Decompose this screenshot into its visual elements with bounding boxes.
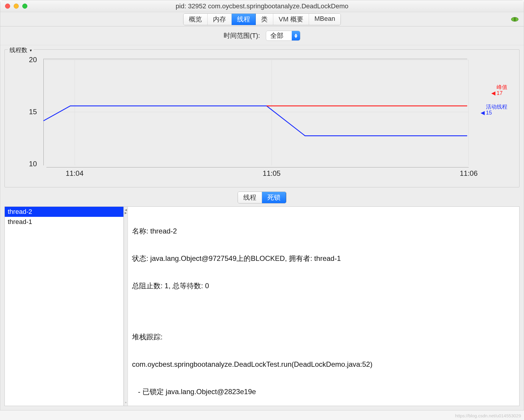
y-tick: 10: [29, 160, 40, 168]
detail-counts-row: 总阻止数: 1, 总等待数: 0: [132, 280, 515, 291]
chart-panel-title[interactable]: 线程数 ▾: [8, 46, 34, 54]
stack-label: 堆栈跟踪:: [132, 332, 515, 342]
content-area: 线程数 ▾ 20 15 10 11:04 11:05: [0, 45, 524, 410]
chart-area: 20 15 10 11:04 11:05 11:06: [11, 57, 513, 182]
gridline: [468, 60, 469, 165]
series-active: [43, 106, 467, 136]
tab-vmsummary[interactable]: VM 概要: [273, 14, 309, 25]
series-peak-label: ◀ 峰值 17: [497, 84, 507, 96]
window-handle-icon[interactable]: [510, 16, 520, 22]
stack-line: com.oycbest.springbootanalyze.DeadLockTe…: [132, 359, 515, 370]
series-value: 15: [486, 110, 492, 116]
detail-state-row: 状态: java.lang.Object@9727549上的BLOCKED, 拥…: [132, 253, 515, 264]
minimize-icon[interactable]: [14, 4, 19, 9]
y-tick: 15: [29, 108, 40, 116]
chart-title-text: 线程数: [10, 46, 27, 54]
series-value: 17: [497, 90, 503, 96]
tab-overview[interactable]: 概览: [183, 14, 208, 25]
titlebar: pid: 32952 com.oycbest.springbootanalyze…: [0, 0, 524, 12]
marker-left-icon: ◀: [481, 110, 485, 116]
grip-icon: ●: [125, 401, 127, 404]
select-arrows-icon: [292, 31, 300, 40]
series-name: 峰值: [497, 84, 507, 90]
window-title: pid: 32952 com.oycbest.springbootanalyze…: [0, 2, 524, 10]
tab-classes[interactable]: 类: [256, 14, 273, 25]
series-active-label: ◀ 活动线程 15: [486, 104, 507, 116]
tab-mbean[interactable]: MBean: [309, 14, 341, 25]
tab-threads[interactable]: 线程: [232, 14, 256, 25]
app-window: pid: 32952 com.oycbest.springbootanalyze…: [0, 0, 524, 410]
time-toolbar: 时间范围(T): 全部: [0, 26, 524, 45]
y-tick: 20: [29, 56, 40, 64]
time-range-label: 时间范围(T):: [224, 31, 260, 40]
watermark: https://blog.csdn.net/u014553029: [455, 413, 521, 418]
chart-plot: [40, 57, 467, 215]
marker-left-icon: ◀: [491, 90, 495, 96]
zoom-icon[interactable]: [22, 4, 27, 9]
thread-list[interactable]: thread-2 thread-1: [5, 207, 124, 406]
time-range-value: 全部: [266, 31, 292, 40]
tab-memory[interactable]: 内存: [208, 14, 232, 25]
splitter-handle[interactable]: ◀ ▶ ●: [124, 207, 128, 406]
series-name: 活动线程: [486, 104, 507, 110]
main-tabbar: 概览 内存 线程 类 VM 概要 MBean: [0, 12, 524, 26]
list-item[interactable]: thread-1: [5, 217, 123, 227]
svg-rect-1: [514, 18, 516, 21]
stack-line: - 已锁定 java.lang.Object@2823e19e: [132, 386, 515, 397]
time-range-select[interactable]: 全部: [266, 31, 300, 41]
close-icon[interactable]: [5, 4, 10, 9]
chart-panel: 线程数 ▾ 20 15 10 11:04 11:05: [4, 49, 520, 187]
detail-name-row: 名称: thread-2: [132, 226, 515, 236]
chevron-down-icon: ▾: [30, 48, 32, 53]
thread-detail: 名称: thread-2 状态: java.lang.Object@972754…: [128, 207, 519, 406]
main-tabs: 概览 内存 线程 类 VM 概要 MBean: [183, 13, 341, 25]
lower-panel: thread-2 thread-1 ◀ ▶ ● 名称: thread-2 状态:…: [4, 206, 520, 406]
traffic-lights: [0, 4, 27, 9]
